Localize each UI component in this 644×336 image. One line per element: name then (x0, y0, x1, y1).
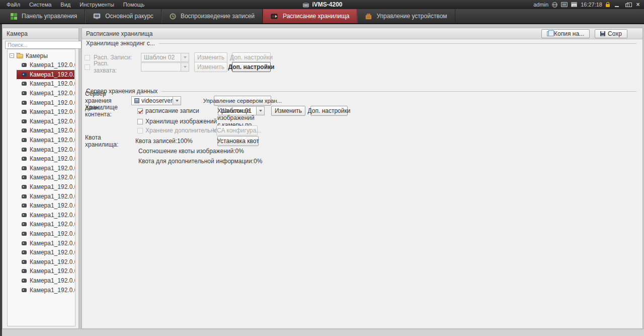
dashboard-grid-icon (11, 13, 17, 20)
camera-tree-item[interactable]: Камера1_192.0.0.24 (17, 126, 74, 136)
set-quota-button[interactable]: Установка квот (217, 136, 259, 146)
chevron-down-icon[interactable] (256, 107, 264, 115)
additional-storage-checkbox[interactable] (137, 128, 143, 133)
menu-system[interactable]: Система (25, 0, 56, 9)
server-icon (134, 98, 139, 103)
camera-name: Камера1_192.0.0.20 (30, 90, 75, 97)
camera-tree-item[interactable]: Камера1_192.0.0.21 (17, 117, 74, 126)
camera-name: Камера1_192.0.0.14 (30, 99, 75, 106)
camera-tree-item[interactable]: Камера1_192.0.0.31 (17, 276, 74, 286)
search-input[interactable] (5, 41, 81, 49)
camera-tree-item[interactable]: Камера1_192.0.0.20 (17, 89, 74, 98)
camera-tree-item[interactable]: Камера1_192.0.0.29 (17, 257, 74, 266)
restore-icon (625, 4, 629, 7)
camera-tree-item[interactable]: Камера1_192.0.0.12 (17, 70, 74, 80)
camera-name: Камера1_192.0.0.12 (30, 71, 75, 78)
camera-tree-item[interactable]: Камера1_192.0.0.17 (17, 220, 74, 229)
camera-icon (22, 91, 27, 95)
app-title: iVMS-4200 (312, 1, 342, 8)
camera-tree-item[interactable]: Камера1_192.0.0.28 (17, 248, 74, 257)
camera-tree-item[interactable]: Камера1_192.0.0.30 (17, 229, 74, 239)
minimize-button[interactable] (613, 1, 620, 8)
picture-quota-value: Соотношение квоты изображений:0% (138, 148, 244, 155)
chevron-down-icon[interactable] (181, 63, 189, 71)
camera-tree-item[interactable]: Камера1_192.0.0.15 (17, 136, 74, 145)
record-schedule-checkbox[interactable] (85, 55, 90, 60)
menu-tools[interactable]: Инструменты (75, 0, 119, 9)
screen-icon[interactable] (561, 2, 568, 7)
header-buttons: Копия на... Сохр (541, 29, 638, 38)
camera-tree-item[interactable]: Камера1_192.0.0.11 (17, 201, 74, 211)
capture-edit-button[interactable]: Изменить (194, 62, 227, 72)
tab-playback[interactable]: Воспроизведение записей (162, 9, 263, 23)
camera-icon (22, 119, 27, 123)
manage-server-button[interactable]: Управление сервером хран... (214, 96, 271, 106)
camera-tree-item[interactable]: Камера1_192.0.0.19 (17, 107, 74, 117)
menu-view[interactable]: Вид (56, 0, 75, 9)
control-panel-tabbar: Панель управления Основной ракурс Воспро… (0, 9, 644, 24)
camera-tree-item[interactable]: Камера1_192.0.0.32 (17, 211, 74, 220)
menu-file[interactable]: Файл (2, 0, 25, 9)
camera-tree-item[interactable]: Камера1_192.0.0.33 (17, 164, 74, 173)
copy-to-button[interactable]: Копия на... (541, 29, 590, 38)
minimize-icon (615, 6, 619, 7)
camera-icon (22, 175, 27, 179)
server-edit-button[interactable]: Изменить (271, 106, 305, 116)
save-icon (600, 31, 605, 36)
calendar-icon[interactable] (571, 2, 577, 7)
camera-icon (22, 138, 27, 142)
camera-tree-item[interactable]: Камера1_192.0.0.16 (17, 60, 74, 70)
language-icon[interactable] (552, 2, 557, 8)
camera-tree-item[interactable]: Камера1_192.0.0.22 (17, 238, 74, 248)
capture-schedule-checkbox[interactable] (85, 64, 90, 70)
server-section-header: Сервер хранения данных (86, 87, 636, 95)
camera-sidebar: Камера Камеры Камера1_192.0.0.16 Камера1… (2, 28, 79, 329)
chevron-down-icon[interactable] (173, 97, 181, 105)
camera-tree-item[interactable]: Камера1_192.0.0.26 (17, 191, 74, 201)
storage-schedule-form: Хранилище энкодинг с... Расп. Записи: Ша… (82, 39, 642, 328)
storage-server-combo[interactable]: videoserver (131, 96, 181, 105)
tab-storage-schedule[interactable]: Расписание хранилища (263, 9, 357, 23)
collapse-icon[interactable] (10, 53, 14, 58)
chevron-down-icon[interactable] (181, 53, 189, 61)
record-advanced-button[interactable]: Доп. настройки (232, 52, 271, 62)
tab-label: Основной ракурс (105, 13, 153, 20)
camera-group-row[interactable]: Камеры (8, 49, 75, 60)
copy-to-label: Копия на... (554, 30, 584, 37)
tab-device-management[interactable]: Управление устройством (357, 9, 455, 23)
capture-template-combo[interactable] (141, 62, 189, 72)
camera-icon (22, 110, 27, 114)
camera-tree-item[interactable]: Камера1_192.0.0.13 (17, 182, 74, 192)
vca-config-button[interactable]: VCA конфигура... (216, 125, 258, 136)
camera-name: Камера1_192.0.0.11 (30, 202, 75, 209)
save-button[interactable]: Сохр (595, 29, 627, 38)
record-edit-button[interactable]: Изменить (194, 52, 227, 62)
camera-name: Камера1_192.0.0.17 (30, 221, 75, 228)
server-advanced-button[interactable]: Доп. настройки (310, 106, 348, 116)
camera-group-label: Камеры (26, 52, 48, 59)
record-template-combo[interactable]: Шаблон 02 (141, 53, 189, 62)
camera-name: Камера1_192.0.0.16 (30, 61, 75, 69)
camera-name: Камера1_192.0.0.18 (30, 80, 75, 87)
camera-tree-item[interactable]: Камера1_192.0.0.35 (17, 285, 74, 295)
tab-dashboard[interactable]: Панель управления (3, 9, 85, 23)
restore-button[interactable] (624, 1, 631, 8)
record-schedule-content-checkbox[interactable] (137, 108, 143, 114)
camera-tree-item[interactable]: Камера1_192.0.0.14 (17, 98, 74, 107)
camera-tree-item[interactable]: Камера1_192.0.0.18 (17, 79, 74, 89)
picture-storage-checkbox[interactable] (137, 119, 143, 124)
camera-tree-item[interactable]: Камера1_192.0.0.27 (17, 266, 74, 276)
menu-help[interactable]: Помощь (119, 0, 149, 9)
camera-name: Камера1_192.0.0.32 (30, 212, 75, 219)
additional-quota-value: Квота для дополнительной информации:0% (138, 158, 262, 165)
camera-tree-item[interactable]: Камера1_192.0.0.23 (17, 154, 74, 164)
camera-name: Камера1_192.0.0.10 (30, 146, 75, 153)
capture-advanced-button[interactable]: Доп. настройки (232, 62, 271, 72)
quota-label: Квота хранилища: (85, 134, 135, 148)
camera-tree-item[interactable]: Камера1_192.0.0.10 (17, 145, 74, 154)
camera-tree-item[interactable]: Камера1_192.0.0.25 (17, 173, 74, 182)
tab-main-view[interactable]: Основной ракурс (85, 9, 162, 23)
close-button[interactable]: × (634, 1, 641, 8)
lock-icon[interactable] (606, 4, 610, 7)
content-storage-label: Хранилище контента: (85, 104, 137, 118)
